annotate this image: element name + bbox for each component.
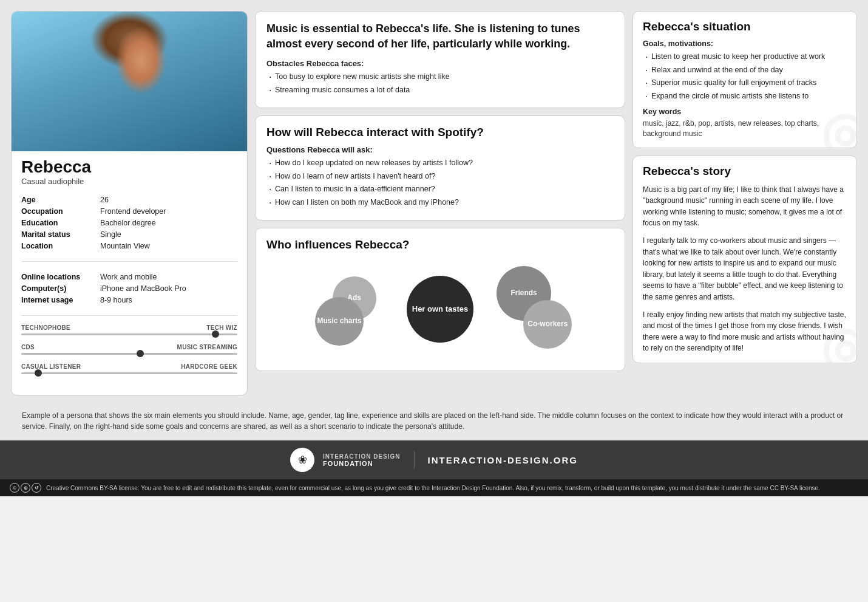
slider-3-right: HARDCORE GEEK [181, 363, 237, 370]
goal-1: Listen to great music to keep her produc… [643, 52, 847, 63]
internet-value: 8-9 hours [100, 296, 237, 304]
story-text: Music is a big part of my life; I like t… [643, 184, 847, 354]
questions-list: How do I keep updated on new releases by… [266, 158, 614, 208]
story-card: ◎ Rebecca's story Music is a big part of… [632, 156, 857, 363]
bubble-center: Her own tastes [407, 276, 473, 343]
computers-value: iPhone and MacBook Pro [100, 284, 237, 293]
story-para-3: I really enjoy finding new artists that … [643, 309, 847, 354]
footer-divider [414, 451, 415, 469]
slider-1-left: TECHNOPHOBE [21, 324, 70, 331]
slider-2-left: CDs [21, 344, 35, 351]
goal-4: Expand the circle of music artists she l… [643, 91, 847, 102]
slider-3-left: CASUAL LISTENER [21, 363, 81, 370]
persona-name-section: Rebecca Casual audiophile [12, 151, 247, 191]
bubble-music-charts: Music charts [315, 297, 364, 346]
persona-name: Rebecca [21, 159, 237, 176]
goals-list: Listen to great music to keep her produc… [643, 52, 847, 101]
obstacle-2: Streaming music consumes a lot of data [266, 85, 614, 96]
interact-title: How will Rebecca interact with Spotify? [266, 126, 614, 139]
left-column: Rebecca Casual audiophile Age 26 Occupat… [11, 11, 248, 395]
questions-title: Questions Rebecca will ask: [266, 145, 614, 154]
divider-2 [21, 315, 237, 316]
occupation-value: Frontend developer [100, 207, 237, 216]
online-value: Work and mobile [100, 273, 237, 281]
computers-label: Computer(s) [21, 284, 100, 293]
goal-2: Relax and unwind at the end of the day [643, 65, 847, 76]
cc-icon: © [10, 483, 19, 493]
education-value: Bachelor degree [100, 219, 237, 227]
persona-details: Age 26 Occupation Frontend developer Edu… [12, 191, 247, 255]
slider-2-right: MUSIC STREAMING [177, 344, 238, 351]
quote-card: Music is essential to Rebecca's life. Sh… [255, 11, 625, 108]
slider-1-track [21, 333, 237, 335]
slider-2-labels: CDs MUSIC STREAMING [21, 344, 237, 351]
question-4: How can I listen on both my MacBook and … [266, 197, 614, 208]
keywords-title: Key words [643, 108, 847, 116]
question-2: How do I learn of new artists I haven't … [266, 171, 614, 182]
slider-2-dot [137, 350, 144, 357]
age-value: 26 [100, 196, 237, 204]
caption-bar: Example of a persona that shows the six … [11, 404, 857, 440]
obstacle-1: Too busy to explore new music artists sh… [266, 72, 614, 83]
slider-row-2: CDs MUSIC STREAMING [21, 344, 237, 355]
footer-bar: ❀ INTERACTION DESIGN FOUNDATION INTERACT… [0, 440, 868, 479]
by-icon: ⊕ [21, 483, 30, 493]
location-value: Mountain View [100, 242, 237, 250]
persona-photo [12, 12, 247, 151]
footer-foundation-sub: FOUNDATION [323, 460, 400, 467]
content-area: Rebecca Casual audiophile Age 26 Occupat… [11, 11, 857, 404]
slider-1-right: TECH WIZ [206, 324, 237, 331]
slider-row-3: CASUAL LISTENER HARDCORE GEEK [21, 363, 237, 374]
slider-2-track [21, 353, 237, 355]
influences-title: Who influences Rebecca? [266, 238, 614, 251]
question-3: Can I listen to music in a data-efficien… [266, 184, 614, 195]
license-bar: © ⊕ ↺ Creative Commons BY-SA license: Yo… [0, 479, 868, 496]
age-label: Age [21, 196, 100, 204]
occupation-label: Occupation [21, 207, 100, 216]
slider-3-track [21, 372, 237, 374]
persona-quote: Music is essential to Rebecca's life. Sh… [266, 21, 614, 52]
influences-card: Who influences Rebecca? Her own tastes A… [255, 228, 625, 371]
marital-value: Single [100, 230, 237, 239]
education-label: Education [21, 219, 100, 227]
online-label: Online locations [21, 273, 100, 281]
goal-3: Superior music quality for full enjoymen… [643, 78, 847, 89]
slider-1-dot [212, 330, 219, 338]
caption-text: Example of a persona that shows the six … [22, 411, 843, 431]
sa-icon: ↺ [32, 483, 41, 493]
internet-label: Internet usage [21, 296, 100, 304]
location-label: Location [21, 242, 100, 250]
keywords-text: music, jazz, r&b, pop, artists, new rele… [643, 118, 847, 139]
persona-tagline: Casual audiophile [21, 177, 237, 186]
footer-foundation-line: INTERACTION DESIGN [323, 453, 400, 460]
story-para-2: I regularly talk to my co-workers about … [643, 235, 847, 303]
persona-photo-bg [12, 12, 247, 151]
middle-column: Music is essential to Rebecca's life. Sh… [255, 11, 625, 395]
footer-logo: ❀ [290, 448, 314, 472]
obstacles-title: Obstacles Rebecca faces: [266, 59, 614, 68]
main-wrapper: Rebecca Casual audiophile Age 26 Occupat… [0, 0, 868, 440]
footer-text-block: INTERACTION DESIGN FOUNDATION [323, 453, 400, 467]
bubbles-container: Her own tastes Ads Friends Music charts … [266, 258, 614, 361]
divider-1 [21, 261, 237, 262]
story-title: Rebecca's story [643, 165, 847, 178]
marital-label: Marital status [21, 230, 100, 239]
license-text: Creative Commons BY-SA license: You are … [46, 485, 820, 491]
slider-1-labels: TECHNOPHOBE TECH WIZ [21, 324, 237, 331]
question-1: How do I keep updated on new releases by… [266, 158, 614, 169]
keywords-section: Key words music, jazz, r&b, pop, artists… [643, 108, 847, 139]
interact-card: How will Rebecca interact with Spotify? … [255, 115, 625, 221]
footer-logo-icon: ❀ [298, 453, 307, 467]
situation-title: Rebecca's situation [643, 20, 847, 33]
slider-3-dot [35, 369, 42, 377]
story-para-1: Music is a big part of my life; I like t… [643, 184, 847, 229]
goals-subtitle: Goals, motivations: [643, 39, 847, 48]
slider-section: TECHNOPHOBE TECH WIZ CDs MUSIC STREAMING [12, 322, 247, 385]
slider-row-1: TECHNOPHOBE TECH WIZ [21, 324, 237, 335]
online-details: Online locations Work and mobile Compute… [12, 268, 247, 309]
right-column: ◎ Rebecca's situation Goals, motivations… [632, 11, 857, 395]
situation-card: ◎ Rebecca's situation Goals, motivations… [632, 11, 857, 148]
bubble-coworkers: Co-workers [523, 300, 572, 349]
cc-icons: © ⊕ ↺ [10, 483, 41, 493]
obstacles-list: Too busy to explore new music artists sh… [266, 72, 614, 95]
